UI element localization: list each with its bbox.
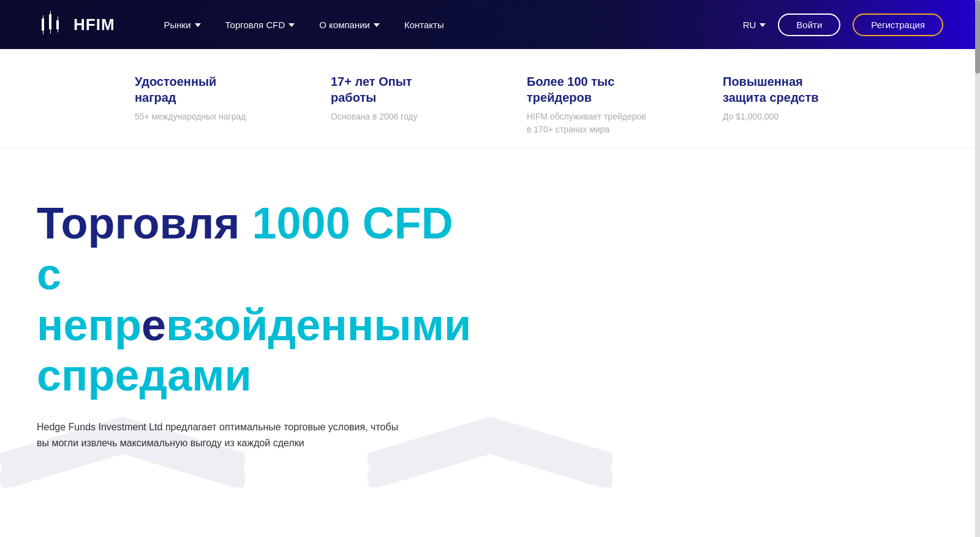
navbar-right: RU Войти Регистрация: [743, 13, 943, 36]
svg-rect-1: [43, 15, 43, 18]
nav-item-contacts[interactable]: Контакты: [404, 20, 444, 30]
login-button[interactable]: Войти: [778, 13, 840, 36]
navbar: HFIM Рынки Торговля CFD О компании Конта…: [0, 0, 980, 49]
hero-heading-cyan-mid: взойденными: [166, 300, 471, 349]
watermark-arrow-right: [368, 414, 612, 487]
svg-rect-3: [49, 14, 51, 29]
stat-title-awards: Удостоенный наград: [135, 74, 257, 105]
stat-item-awards: Удостоенный наград 55+ международных наг…: [135, 74, 257, 136]
svg-rect-4: [50, 11, 51, 14]
hero-heading-line3: спредами: [37, 351, 252, 400]
nav-item-trading-cfd[interactable]: Торговля CFD: [225, 20, 295, 30]
scrollbar-thumb: [975, 0, 980, 74]
svg-rect-2: [43, 31, 43, 34]
hero-heading: Торговля 1000 CFD с непревзойденными спр…: [37, 198, 466, 401]
svg-rect-5: [50, 29, 51, 34]
logo-text: HFIM: [74, 15, 115, 34]
chevron-down-icon: [374, 23, 380, 27]
stat-desc-experience: Основана в 2006 году: [331, 110, 453, 123]
page-scrollbar[interactable]: [975, 0, 980, 537]
chevron-down-icon: [760, 23, 766, 27]
chevron-down-icon: [195, 23, 201, 27]
nav-item-about[interactable]: О компании: [319, 20, 380, 30]
hero-subtext: Hedge Funds Investment Ltd предлагает оп…: [37, 419, 404, 451]
svg-rect-7: [58, 17, 58, 20]
navbar-nav: Рынки Торговля CFD О компании Контакты: [164, 20, 743, 30]
stat-item-traders: Более 100 тыс трейдеров HIFM обслуживает…: [527, 74, 649, 136]
svg-rect-6: [56, 20, 59, 29]
svg-rect-8: [58, 29, 58, 32]
stat-item-experience: 17+ лет Опыт работы Основана в 2006 году: [331, 74, 453, 136]
stat-title-experience: 17+ лет Опыт работы: [331, 74, 453, 105]
lang-selector[interactable]: RU: [743, 20, 766, 30]
stat-desc-traders: HIFM обслуживает трейдеров в 170+ страна…: [527, 110, 649, 136]
hero-heading-dark-mid: е: [141, 300, 166, 349]
register-button[interactable]: Регистрация: [853, 13, 943, 36]
logo-icon: [37, 9, 67, 40]
stat-desc-awards: 55+ международных наград: [135, 110, 257, 123]
chevron-down-icon: [288, 23, 295, 27]
logo[interactable]: HFIM: [37, 9, 115, 40]
stat-item-protection: Повышенная защита средств До $1,000,000: [723, 74, 845, 136]
stat-desc-protection: До $1,000,000: [723, 110, 845, 123]
nav-item-markets[interactable]: Рынки: [164, 20, 201, 30]
stat-title-traders: Более 100 тыс трейдеров: [527, 74, 649, 105]
svg-rect-0: [42, 18, 44, 31]
stats-bar: Удостоенный наград 55+ международных наг…: [0, 49, 980, 149]
hero-section: Торговля 1000 CFD с непревзойденными спр…: [0, 149, 980, 487]
hero-heading-line2: непр: [37, 300, 141, 349]
hero-heading-line1: Торговля: [37, 199, 252, 248]
stat-title-protection: Повышенная защита средств: [723, 74, 845, 105]
